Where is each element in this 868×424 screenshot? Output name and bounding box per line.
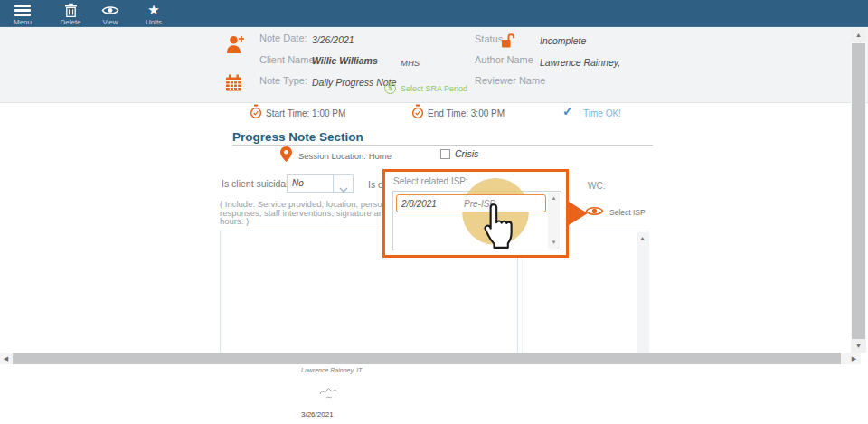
end-time-text[interactable]: End Time: 3:00 PM xyxy=(428,108,505,118)
start-time-text[interactable]: Start Time: 1:00 PM xyxy=(266,108,345,118)
menu-icon xyxy=(3,2,42,16)
vertical-scroll-thumb[interactable] xyxy=(852,43,865,339)
delete-button-label: Delete xyxy=(51,18,90,26)
isp-list-item[interactable]: 2/8/2021 Pre-ISP xyxy=(396,194,546,212)
menu-button-label: Menu xyxy=(3,18,42,26)
hand-cursor-icon xyxy=(475,195,516,255)
client-name-value[interactable]: Willie Williams xyxy=(312,55,378,66)
session-location-text[interactable]: Session Location: Home xyxy=(298,151,392,161)
popup-title: Select related ISP: xyxy=(393,176,468,186)
select-isp-popup: Select related ISP: ▲ ▼ 2/8/2021 Pre-ISP xyxy=(382,169,569,258)
note-date-label: Note Date: xyxy=(259,33,307,43)
toolbar: Menu Delete View ★ Units xyxy=(0,0,868,27)
scroll-down-button[interactable]: ▼ xyxy=(851,339,866,353)
view-button[interactable]: View xyxy=(90,2,130,26)
panel-scrollbar[interactable]: ▲ xyxy=(637,232,648,353)
horizontal-scroll-thumb[interactable] xyxy=(13,353,841,364)
suicidal-select-dropdown-button[interactable] xyxy=(334,174,354,193)
client-credential: MHS xyxy=(401,58,420,68)
stopwatch-icon xyxy=(250,104,262,123)
reviewer-name-label: Reviewer Name xyxy=(475,75,545,86)
crisis-checkbox[interactable] xyxy=(440,149,450,159)
section-title: Progress Note Section xyxy=(232,130,363,144)
scroll-up-icon[interactable]: ▲ xyxy=(548,193,560,204)
author-name-value: Lawrence Rainney, xyxy=(540,57,620,68)
horizontal-scrollbar[interactable]: ◀ ▶ xyxy=(0,353,861,364)
author-name-label: Author Name xyxy=(475,54,533,65)
lock-open-icon[interactable] xyxy=(500,31,516,53)
listbox-scrollbar[interactable]: ▲ ▼ xyxy=(548,193,560,249)
stopwatch-icon xyxy=(411,104,424,123)
include-instructions-line: hours. ) xyxy=(220,217,249,226)
units-button-label: Units xyxy=(134,18,174,26)
time-ok-text: Time OK! xyxy=(583,108,621,118)
dollar-circle-icon: $ xyxy=(384,82,396,94)
note-date-value[interactable]: 3/26/2021 xyxy=(312,34,354,45)
status-value: Incomplete xyxy=(540,35,586,46)
section-divider xyxy=(232,145,653,146)
select-isp-label: Select ISP xyxy=(609,208,646,217)
view-button-label: View xyxy=(90,18,130,26)
client-name-label: Client Name: xyxy=(259,54,317,65)
star-icon: ★ xyxy=(134,2,174,17)
scroll-down-icon[interactable]: ▼ xyxy=(548,237,560,249)
select-sra-period-label: Select SRA Period xyxy=(401,84,467,93)
crisis-label: Crisis xyxy=(455,148,478,159)
suicidal-question-label: Is client suicidal? xyxy=(222,178,293,189)
check-icon: ✓ xyxy=(562,104,573,118)
scroll-up-button[interactable]: ▲ xyxy=(851,28,866,42)
note-header: Note Date: 3/26/2021 Client Name: Willie… xyxy=(0,27,868,103)
signer-name-text: Lawrence Rainney, IT xyxy=(301,367,363,373)
eye-icon xyxy=(585,204,604,221)
add-person-icon xyxy=(226,34,245,59)
isp-item-date: 2/8/2021 xyxy=(401,199,437,209)
note-type-label: Note Type: xyxy=(259,75,307,86)
signed-date-text: 3/26/2021 xyxy=(301,410,334,419)
menu-button[interactable]: Menu xyxy=(3,2,42,26)
popup-pointer-arrow xyxy=(569,202,588,225)
vertical-scrollbar[interactable]: ▲ ▼ xyxy=(851,28,866,353)
delete-button[interactable]: Delete xyxy=(51,2,90,26)
eye-icon xyxy=(101,4,119,19)
calendar-icon xyxy=(225,74,242,95)
units-button[interactable]: ★ Units xyxy=(134,2,174,26)
status-label: Status xyxy=(475,33,503,44)
suicidal-select[interactable]: No xyxy=(287,174,334,193)
scroll-left-button[interactable]: ◀ xyxy=(0,353,12,364)
select-isp-button[interactable]: Select ISP xyxy=(585,204,646,221)
scroll-right-button[interactable]: ▶ xyxy=(848,353,860,364)
scroll-up-icon[interactable]: ▲ xyxy=(637,232,648,244)
select-sra-period-button[interactable]: $ Select SRA Period xyxy=(384,82,467,94)
signature-scribble xyxy=(318,385,340,405)
truncated-question-label: Is c xyxy=(368,179,382,190)
wc-label: WC: xyxy=(588,181,605,191)
chevron-down-icon xyxy=(339,181,348,196)
map-pin-icon xyxy=(280,146,292,165)
